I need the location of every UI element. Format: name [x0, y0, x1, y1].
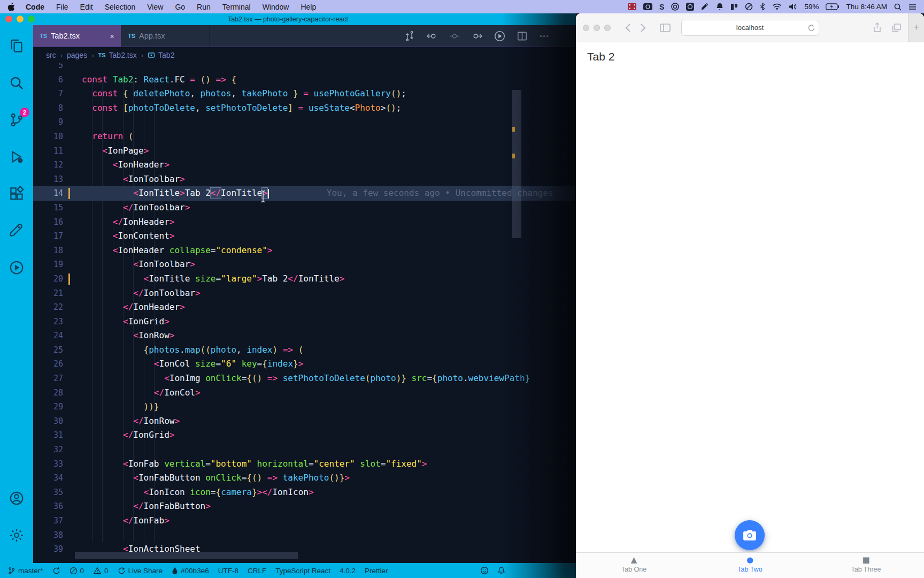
status-0[interactable]: 0 [93, 567, 109, 575]
wifi-icon[interactable] [772, 3, 782, 10]
status-sync[interactable] [52, 567, 60, 575]
split-editor-icon[interactable] [517, 31, 527, 41]
code-line-20[interactable]: 20 <IonTitle size="large">Tab 2</IonTitl… [33, 272, 576, 286]
spotlight-search-icon[interactable] [894, 3, 902, 11]
tab-tab-two[interactable]: ●Tab Two [692, 553, 808, 578]
current-change-icon[interactable] [449, 31, 460, 41]
play-circle-icon[interactable] [7, 258, 26, 277]
zoom-window-button[interactable] [28, 16, 35, 22]
film-app-icon[interactable] [628, 3, 636, 10]
menu-window[interactable]: Window [263, 3, 289, 11]
next-change-icon[interactable] [472, 31, 482, 41]
status-4-0-2[interactable]: 4.0.2 [340, 567, 356, 575]
breadcrumb-item-src[interactable]: src [46, 51, 56, 59]
code-line-27[interactable]: 27 <IonImg onClick={() => setPhotoToDele… [33, 371, 576, 386]
code-line-31[interactable]: 31 </IonGrid> [33, 428, 576, 443]
minimize-window-button[interactable] [594, 25, 600, 31]
share-icon[interactable] [869, 21, 884, 35]
status--00b3e6[interactable]: #00b3e6 [172, 567, 209, 575]
code-line-14[interactable]: 14 <IonTitle>Tab 2</IonTitle>You, a few … [33, 186, 576, 201]
rocket-icon[interactable] [701, 3, 709, 11]
menu-selection[interactable]: Selection [105, 3, 136, 11]
vscode-titlebar[interactable]: Tab2.tsx — photo-gallery-capacitor-react [0, 13, 576, 25]
volume-icon[interactable] [789, 3, 797, 10]
status-live-share[interactable]: Live Share [118, 567, 163, 575]
tab-overview-icon[interactable] [889, 21, 904, 35]
code-line-34[interactable]: 34 <IonFabButton onClick={() => takePhot… [33, 471, 576, 485]
code-line-38[interactable]: 38 [33, 528, 576, 543]
zoom-window-button[interactable] [604, 25, 611, 31]
code-line-26[interactable]: 26 <IonCol size="6" key={index}> [33, 357, 576, 371]
search-icon[interactable] [7, 74, 26, 92]
previous-change-icon[interactable] [427, 31, 437, 41]
status-typescript-react[interactable]: TypeScript React [275, 567, 330, 575]
close-tab-icon[interactable]: × [110, 32, 114, 41]
status-master-[interactable]: master* [7, 567, 43, 575]
code-line-6[interactable]: 6const Tab2: React.FC = () => { [33, 73, 576, 87]
code-line-24[interactable]: 24 <IonRow> [33, 329, 576, 343]
code-line-29[interactable]: 29 ))} [33, 400, 576, 414]
code-line-8[interactable]: 8 const [photoToDelete, setPhotoToDelete… [33, 101, 576, 116]
back-button[interactable] [620, 21, 635, 35]
menu-view[interactable]: View [147, 3, 163, 11]
code-line-33[interactable]: 33 <IonFab vertical="bottom" horizontal=… [33, 457, 576, 471]
code-line-19[interactable]: 19 <IonToolbar> [33, 257, 576, 272]
code-line-28[interactable]: 28 </IonCol> [33, 386, 576, 400]
status-utf-8[interactable]: UTF-8 [218, 567, 238, 575]
bluetooth-icon[interactable] [760, 3, 765, 11]
letter-s-app-icon[interactable]: S [659, 3, 664, 11]
code-line-5[interactable]: 5 [33, 63, 576, 73]
more-actions-icon[interactable] [539, 31, 549, 41]
code-line-10[interactable]: 10 return ( [33, 130, 576, 144]
editor-tab-apptsx[interactable]: TSApp.tsx [121, 25, 210, 47]
menu-code[interactable]: Code [26, 3, 44, 11]
code-line-15[interactable]: 15 </IonToolbar> [33, 201, 576, 215]
vertical-scrollbar[interactable] [512, 90, 521, 238]
breadcrumb-item-tab2[interactable]: Tab2 [148, 51, 174, 59]
close-window-button[interactable] [583, 25, 589, 31]
code-line-23[interactable]: 23 <IonGrid> [33, 315, 576, 329]
minimize-window-button[interactable] [17, 16, 24, 22]
code-line-17[interactable]: 17 <IonContent> [33, 229, 576, 244]
code-line-36[interactable]: 36 </IonFabButton> [33, 499, 576, 514]
new-tab-button[interactable]: + [908, 13, 924, 42]
record-circle-icon[interactable] [671, 3, 679, 11]
menu-terminal[interactable]: Terminal [222, 3, 251, 11]
code-line-9[interactable]: 9 [33, 115, 576, 130]
account-icon[interactable] [7, 489, 26, 507]
status-0[interactable]: 0 [70, 567, 84, 575]
menu-go[interactable]: Go [175, 3, 185, 11]
compare-changes-icon[interactable] [405, 31, 415, 41]
code-line-11[interactable]: 11 <IonPage> [33, 144, 576, 158]
breadcrumb-item-pages[interactable]: pages [67, 51, 87, 59]
run-debug-icon[interactable] [7, 148, 26, 166]
tab-tab-one[interactable]: ▲Tab One [576, 553, 692, 578]
settings-icon[interactable] [7, 526, 26, 544]
rocket-icon[interactable] [7, 222, 26, 240]
horizontal-scrollbar[interactable] [75, 552, 298, 559]
breadcrumb-item-tab2tsx[interactable]: TSTab2.tsx [98, 51, 137, 59]
code-line-18[interactable]: 18 <IonHeader collapse="condense"> [33, 244, 576, 258]
dark-circle-app-icon[interactable] [686, 3, 694, 11]
menubar-clock[interactable]: Thu 8:46 AM [846, 3, 887, 11]
camera-fab-button[interactable] [735, 520, 765, 550]
tab-tab-three[interactable]: ■Tab Three [808, 553, 924, 578]
forward-button[interactable] [635, 21, 650, 35]
extensions-icon[interactable] [7, 185, 26, 203]
explorer-icon[interactable] [7, 37, 26, 55]
editor-tab-tab2tsx[interactable]: TSTab2.tsx× [33, 25, 121, 47]
status-prettier[interactable]: Prettier [365, 567, 388, 575]
menu-run[interactable]: Run [197, 3, 211, 11]
run-icon[interactable] [494, 31, 505, 42]
menu-edit[interactable]: Edit [80, 3, 93, 11]
code-line-32[interactable]: 32 [33, 443, 576, 457]
code-line-7[interactable]: 7 const { deletePhoto, photos, takePhoto… [33, 87, 576, 101]
status-feedback-icon[interactable] [480, 566, 489, 575]
address-bar[interactable]: localhost [681, 20, 819, 36]
code-line-22[interactable]: 22 </IonHeader> [33, 300, 576, 315]
menu-file[interactable]: File [56, 3, 68, 11]
status-bell-icon[interactable] [497, 566, 505, 575]
code-editor[interactable]: 56const Tab2: React.FC = () => {7 const … [33, 63, 576, 563]
code-line-16[interactable]: 16 </IonHeader> [33, 215, 576, 230]
status-crlf[interactable]: CRLF [248, 567, 266, 575]
